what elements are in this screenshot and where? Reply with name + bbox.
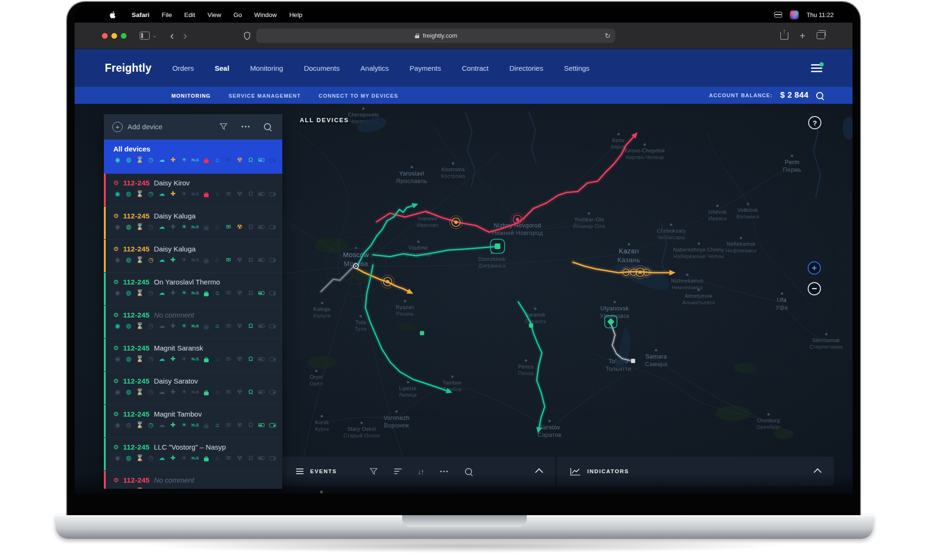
reload-icon[interactable]: ↻ [605,32,611,40]
sort-lines-icon[interactable] [394,468,402,474]
cloud-icon: ☁ [158,257,166,263]
device-status-stripe [104,240,106,272]
more-options-icon[interactable]: ••• [440,468,449,475]
device-row[interactable]: ⚙112-245On Yaroslavl Thermo◉◍⌛◷☁✚☀H₂S⌂✉☢… [104,273,282,306]
device-title-line: ⚙112-245Daisy Kirov [113,179,278,187]
menubar-item-help[interactable]: Help [289,11,303,18]
search-icon[interactable] [465,468,472,475]
device-status-icons: ◉◍⌛◷☁✚☀H₂S⌂✉☢Ω [113,224,278,230]
sidebar-toggle-icon[interactable] [140,32,150,40]
menubar-item-file[interactable]: File [162,11,172,18]
search-icon[interactable] [264,123,271,130]
close-window-button[interactable] [102,33,108,39]
device-id: 112-245 [123,344,150,352]
help-button[interactable]: ? [808,116,821,129]
status-icon: ◍ [125,323,133,329]
gas-icon: H₂S [191,224,200,230]
device-row[interactable]: ⚙112-245Magnit Saransk◉◍⌛◷☁✚☀H₂S⌂✉☢Ω [104,339,282,372]
map-overlay-label: ALL DEVICES [300,117,349,124]
menubar-item-go[interactable]: Go [234,11,242,18]
nav-item-settings[interactable]: Settings [564,64,590,72]
siri-icon[interactable] [790,10,799,19]
notifications-menu-icon[interactable] [811,64,822,72]
link-icon [269,191,277,197]
back-button[interactable]: ‹ [170,30,174,42]
moscow-origin-marker[interactable] [354,264,358,268]
nav-item-contract[interactable]: Contract [462,64,489,72]
nav-item-payments[interactable]: Payments [410,64,441,72]
zoom-out-button[interactable]: − [808,282,821,295]
device-row[interactable]: ⚙112-245Daisy Kaluga◉◍⌛◷☁✚☀H₂S⌂✉☢Ω [104,207,282,240]
device-row[interactable]: ⚙112-245Daisy Kirov◉◍⌛◷☁✚☀H₂S⌂✉☢Ω [104,174,282,207]
gas-icon: H₂S [191,191,200,197]
nav-item-analytics[interactable]: Analytics [361,64,389,72]
device-status-icons: ◉◍⌛◷☁✚☀H₂S⌂✉☢Ω [113,356,278,362]
device-row[interactable]: ⚙112-245Magnit Tambov◉◍⌛◷☁✚☀H₂S⌂✉☢Ω [104,405,282,438]
vehicle-marker[interactable] [420,331,424,335]
cloud-icon: ☁ [158,488,166,489]
share-icon[interactable] [780,32,788,40]
vehicle-marker[interactable] [529,324,533,328]
new-tab-icon[interactable]: + [800,31,805,41]
forward-button[interactable]: › [183,30,187,42]
chart-icon [570,468,581,476]
device-row[interactable]: ⚙112-245Daisy Saratov◉◍⌛◷☁✚☀H₂S⌂✉☢Ω [104,372,282,405]
vehicle-marker-idle[interactable] [631,359,635,363]
device-row-all-devices[interactable]: All devices◉◍⌛◷☁✚☀H₂S⌂✉☢Ω [104,140,282,174]
events-panel-title: EVENTS [310,468,337,474]
menubar-item-edit[interactable]: Edit [184,11,195,18]
hazard-icon: ☢ [236,455,244,461]
device-row[interactable]: ⚙112-245No comment◉◍⌛◷☁✚☀H₂S⌂✉☢Ω [104,306,282,339]
nav-item-directories[interactable]: Directories [509,64,543,72]
battery-icon [258,356,266,362]
menubar-item-safari[interactable]: Safari [132,11,150,18]
add-device-button[interactable]: + Add device [112,122,162,132]
menubar-item-view[interactable]: View [208,11,221,18]
device-title-line: ⚙112-245LLC "Vostorg" – Nasyp [113,443,278,451]
address-bar[interactable]: freightly.com ↻ [256,29,615,43]
app-logo[interactable]: Freightly [105,62,152,75]
device-row[interactable]: ⚙112-245Daisy Kaluga◉◍⌛◷☁✚☀H₂S⌂✉☢Ω [104,240,282,273]
subnav-item-connect-to-my-devices[interactable]: CONNECT TO MY DEVICES [319,93,398,99]
nav-item-documents[interactable]: Documents [304,64,340,72]
chevron-down-icon[interactable]: ⌄ [152,33,157,39]
nav-item-orders[interactable]: Orders [172,64,194,72]
menubar-item-window[interactable]: Window [254,11,277,18]
seal-icon: ⚙ [113,213,119,219]
location-icon: ◉ [113,455,122,461]
message-icon: ✉ [224,290,233,296]
nav-item-seal[interactable]: Seal [215,64,229,72]
device-group-name: All devices [113,145,150,153]
carousel-dot[interactable] [320,491,323,493]
subnav-item-monitoring[interactable]: MONITORING [171,93,211,99]
laptop-mockup: SafariFileEditViewGoWindowHelp Thu 11:22… [0,0,929,560]
collapse-events-icon[interactable] [535,468,543,476]
fullscreen-window-button[interactable] [121,33,127,39]
device-row[interactable]: ⚙112-245No comment◉◍⌛◷☁✚☀H₂S⌂✉☢Ω [104,471,282,489]
filter-icon[interactable] [369,467,378,476]
sun-icon: ☀ [180,191,188,197]
zoom-in-button[interactable]: + [808,261,821,275]
control-center-icon[interactable] [774,12,782,17]
alert-icon: Ω [246,257,255,263]
privacy-shield-icon[interactable] [244,32,251,40]
collapse-indicators-icon[interactable] [814,468,822,476]
valve-icon: ✚ [169,157,177,163]
menubar-clock[interactable]: Thu 11:22 [806,11,834,18]
subnav-item-service-management[interactable]: SERVICE MANAGEMENT [228,93,301,99]
more-options-icon[interactable]: ••• [241,123,251,130]
alert-marker-yellow[interactable] [381,275,394,288]
nav-item-monitoring[interactable]: Monitoring [250,64,283,72]
hazard-icon: ☢ [236,224,244,230]
apple-logo-icon[interactable] [110,11,117,19]
alert-marker-yellow[interactable] [449,216,463,229]
sort-direction-icon[interactable]: ↓↑ [418,468,424,476]
minimize-window-button[interactable] [111,33,117,39]
device-row[interactable]: ⚙112-245LLC "Vostorg" – Nasyp◉◍⌛◷☁✚☀H₂S⌂… [104,438,282,471]
alert-icon: Ω [246,389,255,395]
cloud-icon: ☁ [158,224,166,230]
terrain-patch [314,238,348,253]
search-icon[interactable] [816,92,823,99]
tab-overview-icon[interactable] [817,32,825,39]
filter-icon[interactable] [219,122,228,131]
